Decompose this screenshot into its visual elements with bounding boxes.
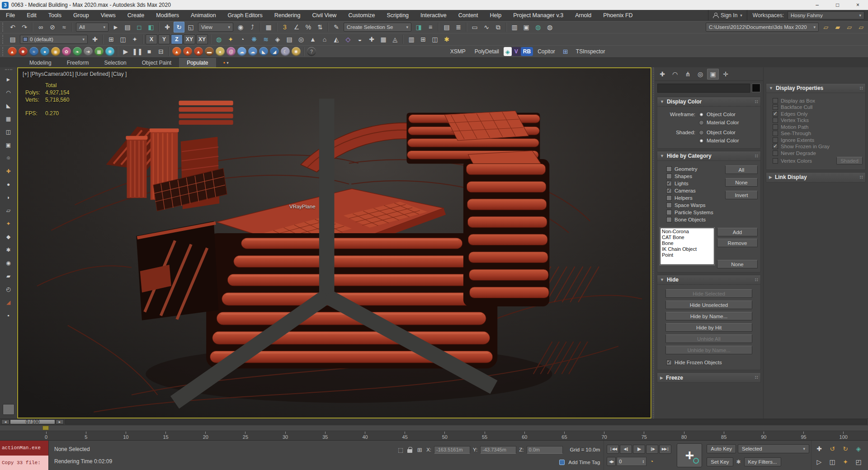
fov-icon[interactable]: ◈ xyxy=(853,444,864,454)
shaded-object-color-radio[interactable]: Object Color xyxy=(699,130,739,135)
isolate-selection-icon[interactable]: ⬚ xyxy=(396,446,405,454)
keyboard-override-icon[interactable]: ▦ xyxy=(263,22,274,33)
teapot-icon[interactable]: ◍ xyxy=(213,34,224,45)
axis-y-button[interactable]: Y xyxy=(158,34,170,44)
viewport-label[interactable]: [+] [PhysCamera001] [User Defined] [Clay… xyxy=(23,71,127,77)
axis-plane-flyout[interactable]: XY xyxy=(196,34,208,44)
category-checkbox-space-warps[interactable]: Space Warps xyxy=(666,202,725,208)
wireframe-object-color-radio[interactable]: Object Color xyxy=(699,112,739,117)
edit-named-selections-icon[interactable]: ✎ xyxy=(331,22,342,33)
hide-header[interactable]: ▼ Hide ∷ xyxy=(657,275,760,285)
play-icon[interactable]: ▶ xyxy=(633,445,645,454)
add-time-tag[interactable]: Add Time Tag xyxy=(568,460,600,465)
toolbar-grip[interactable] xyxy=(2,35,5,44)
key-set-dropdown[interactable]: Selected ▾ xyxy=(738,444,809,453)
restore-button[interactable]: □ xyxy=(827,0,848,10)
track-bar[interactable]: 0510152025303540455055606570758085909510… xyxy=(0,425,868,440)
menu-customize[interactable]: Customize xyxy=(342,10,381,20)
time-slider-handle[interactable]: 0 / 100 xyxy=(10,419,55,424)
freeze-header[interactable]: ▶ Freeze ∷ xyxy=(657,373,760,382)
active-layer-dropdown[interactable]: 0 (default) ▾ xyxy=(20,35,88,44)
help-icon[interactable]: ? xyxy=(307,47,316,56)
all-button[interactable]: All xyxy=(725,165,758,174)
render-setup-icon[interactable]: ▥ xyxy=(509,22,520,33)
menu-project-manager-v-3[interactable]: Project Manager v.3 xyxy=(507,10,569,20)
clock-tool-icon[interactable]: ◴ xyxy=(4,285,14,294)
property-checkbox-never-degrade[interactable]: Never Degrade xyxy=(773,150,863,156)
property-checkbox-backface-cull[interactable]: Backface Cull xyxy=(773,104,863,110)
current-frame-field[interactable]: 0 ▲▼ xyxy=(617,457,646,466)
transform-type-in-icon[interactable]: ⊞ xyxy=(415,446,424,454)
maximize-viewport-icon[interactable]: ◰ xyxy=(853,457,864,467)
angle-snap-icon[interactable]: ∠ xyxy=(291,22,302,33)
perspective-viewport[interactable]: [+] [PhysCamera001] [User Defined] [Clay… xyxy=(17,67,651,418)
tsinspector-button[interactable]: TSInspector xyxy=(571,47,610,56)
polydetail-button[interactable]: PolyDetail xyxy=(470,47,504,56)
film-icon[interactable]: ◫ xyxy=(429,34,440,45)
none-button[interactable]: None xyxy=(725,178,758,187)
ribbon-flyout-button[interactable]: ● ▾ xyxy=(221,58,231,67)
hide-by-name--button[interactable]: Hide by Name... xyxy=(665,312,752,320)
property-checkbox-edges-only[interactable]: Edges Only xyxy=(773,111,863,117)
menu-edit[interactable]: Edit xyxy=(21,10,42,20)
menu-create[interactable]: Create xyxy=(122,10,151,20)
ribbon-toggle-icon[interactable]: ▭ xyxy=(469,22,480,33)
ring-icon[interactable]: ⌾ xyxy=(4,154,14,163)
play-sim-icon[interactable]: ▶ xyxy=(120,46,131,57)
category-checkbox-lights[interactable]: Lights xyxy=(666,181,725,186)
tab-selection[interactable]: Selection xyxy=(96,58,134,67)
home-icon[interactable]: ⌂ xyxy=(319,34,330,45)
crowd-icon[interactable]: ✱ xyxy=(292,47,301,56)
menu-graph-editors[interactable]: Graph Editors xyxy=(222,10,269,20)
selection-lock-icon[interactable] xyxy=(407,447,413,453)
walkthrough-icon[interactable]: ↺ xyxy=(826,444,838,454)
panel-resize-grip[interactable] xyxy=(651,67,655,418)
object-color-swatch[interactable] xyxy=(752,84,760,92)
tri-icon[interactable]: ◬ xyxy=(390,34,401,45)
list-item[interactable]: CAT Bone xyxy=(662,235,712,240)
flame-a-icon[interactable]: ▲ xyxy=(172,47,181,56)
category-checkbox-particle-systems[interactable]: Particle Systems xyxy=(666,210,725,215)
tab-populate[interactable]: Populate xyxy=(179,58,216,67)
invert-button[interactable]: Invert xyxy=(725,191,758,199)
category-checkbox-helpers[interactable]: Helpers xyxy=(666,195,725,201)
open-project-icon[interactable]: ▰ xyxy=(832,22,843,33)
list-item[interactable]: Bone xyxy=(662,240,712,246)
arc-icon[interactable]: ◠ xyxy=(4,88,14,97)
property-checkbox-display-as-box[interactable]: Display as Box xyxy=(773,98,863,103)
spray-icon[interactable]: ✱ xyxy=(4,245,14,254)
schematic-view-icon[interactable]: ⧉ xyxy=(493,22,504,33)
category-listbox[interactable]: Non-CoronaCAT BoneBoneIK Chain ObjectPoi… xyxy=(660,228,714,265)
grid-gen-icon[interactable]: ▦ xyxy=(94,47,104,56)
menu-phoenix-fd[interactable]: Phoenix FD xyxy=(597,10,638,20)
zoom-region-icon[interactable]: ▷ xyxy=(813,457,825,467)
property-checkbox-motion-path[interactable]: Motion Path xyxy=(773,124,863,130)
menu-help[interactable]: Help xyxy=(484,10,508,20)
egg-icon[interactable]: ● xyxy=(216,47,225,56)
phoenix-fire-icon[interactable]: ▲ xyxy=(8,47,17,56)
clock-icon[interactable]: ◔ xyxy=(237,34,248,45)
light-icon[interactable]: ✦ xyxy=(225,34,236,45)
unlink-selection-icon[interactable]: ⊘ xyxy=(47,22,58,33)
property-checkbox-vertex-ticks[interactable]: Vertex Ticks xyxy=(773,118,863,123)
display-tab[interactable]: ▣ xyxy=(707,69,719,80)
undo-icon[interactable]: ↶ xyxy=(7,22,18,33)
percent-snap-icon[interactable]: % xyxy=(303,22,314,33)
menu-views[interactable]: Views xyxy=(95,10,122,20)
pan-zoom-icon[interactable]: ✚ xyxy=(813,444,825,454)
selection-filter-dropdown[interactable]: All ▾ xyxy=(76,23,108,32)
project-settings-icon[interactable]: ▱ xyxy=(856,22,867,33)
star-icon[interactable]: ✦ xyxy=(4,219,14,228)
diamond-icon[interactable]: ◇ xyxy=(343,34,354,45)
workspace-dropdown[interactable]: Hosny Fahmy ▾ xyxy=(788,11,864,19)
rectangular-selection-region-icon[interactable]: ◻ xyxy=(134,22,145,33)
cloud-b-icon[interactable]: ☁ xyxy=(248,47,257,56)
category-checkbox-geometry[interactable]: Geometry xyxy=(666,166,725,172)
save-project-icon[interactable]: ▱ xyxy=(844,22,855,33)
property-checkbox-vertex-colors[interactable]: Vertex ColorsShaded xyxy=(773,157,863,164)
select-and-scale-icon[interactable]: ◱ xyxy=(185,22,196,33)
snap-toggle-3d-icon[interactable]: 3 xyxy=(279,22,290,33)
wave-icon[interactable]: ≋ xyxy=(260,34,271,45)
hierarchy-tab[interactable]: ⋔ xyxy=(682,69,693,80)
utilities-tab[interactable]: ✛ xyxy=(720,69,731,80)
